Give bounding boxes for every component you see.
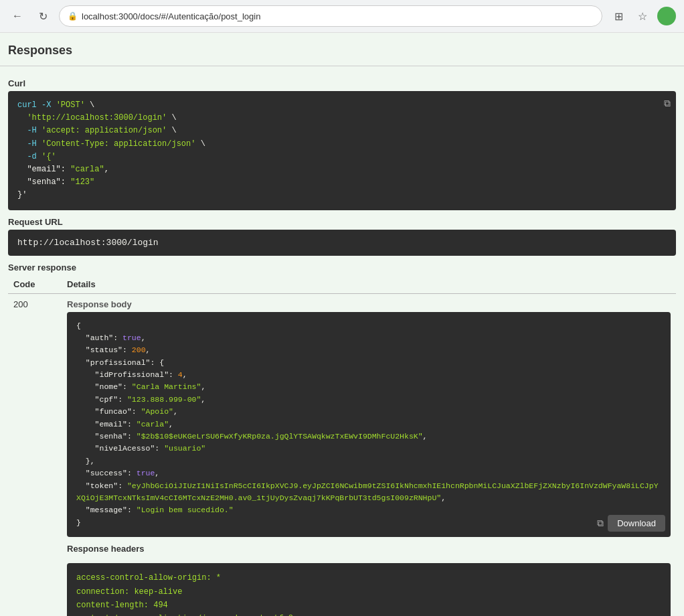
body-message: "message": "Login bem sucedido." <box>76 504 661 516</box>
body-senha: "senha": "$2b$10$eUKGeLrSU6FwXfyKRp0za.j… <box>76 431 661 443</box>
request-url-label: Request URL <box>8 210 676 230</box>
header-line-4: content-type: application/json; charset=… <box>76 612 661 616</box>
body-cpf: "cpf": "123.888.999-00", <box>76 394 661 406</box>
browser-actions: ⊞ ☆ <box>609 7 676 25</box>
header-line-3: content-length: 494 <box>76 599 661 612</box>
table-row: 200 Response body { "auth": true, "statu… <box>8 293 676 616</box>
reload-button[interactable]: ↻ <box>33 7 52 25</box>
code-column-header: Code <box>8 275 62 294</box>
page-content: Responses Curl ⧉ curl -X 'POST' \ 'http:… <box>0 33 684 616</box>
body-nome: "nome": "Carla Martins", <box>76 381 661 393</box>
curl-line-8: }' <box>17 189 667 202</box>
curl-line-5: -d '{' <box>17 151 667 163</box>
curl-line-4: -H 'Content-Type: application/json' \ <box>17 138 667 151</box>
header-line-2: connection: keep-alive <box>76 585 661 599</box>
response-headers-label: Response headers <box>67 537 671 556</box>
download-button[interactable]: Download <box>608 515 665 532</box>
body-success: "success": true, <box>76 467 661 479</box>
response-detail-cell: Response body { "auth": true, "status": … <box>62 293 676 616</box>
request-url-block: http://localhost:3000/login <box>8 230 676 256</box>
body-email: "email": "carla", <box>76 418 661 431</box>
curl-line-6: "email": "carla", <box>17 163 667 176</box>
body-auth: "auth": true, <box>76 332 661 344</box>
copy-response-button[interactable]: ⧉ <box>597 518 604 529</box>
profile-avatar[interactable] <box>657 7 676 25</box>
curl-line-2: 'http://localhost:3000/login' \ <box>17 112 667 125</box>
main-content: Curl ⧉ curl -X 'POST' \ 'http://localhos… <box>0 66 684 616</box>
curl-line-1: curl -X 'POST' \ <box>17 99 667 112</box>
responses-section-title: Responses <box>0 33 684 66</box>
response-body-block: { "auth": true, "status": 200, "profissi… <box>67 312 671 538</box>
body-funcao: "funcao": "Apoio", <box>76 406 661 418</box>
copy-curl-icon[interactable]: ⧉ <box>664 96 671 111</box>
back-button[interactable]: ← <box>8 7 27 25</box>
response-actions: ⧉ Download <box>597 515 665 532</box>
body-id: "idProfissional": 4, <box>76 369 661 381</box>
request-url-text: http://localhost:3000/login <box>17 238 159 248</box>
translate-button[interactable]: ⊞ <box>609 7 628 25</box>
url-text: localhost:3000/docs/#/Autenticação/post_… <box>82 11 594 21</box>
response-headers-block: access-control-allow-origin: * connectio… <box>67 563 671 616</box>
response-code-cell: 200 <box>8 293 62 616</box>
body-status: "status": 200, <box>76 344 661 356</box>
response-body-label: Response body <box>67 299 671 312</box>
body-line-open: { <box>76 320 661 332</box>
body-token: "token": "eyJhbGciOiJIUzI1NiIsInR5cCI6Ik… <box>76 480 661 505</box>
curl-line-7: "senha": "123" <box>17 176 667 189</box>
lock-icon: 🔒 <box>68 11 78 21</box>
details-column-header: Details <box>62 275 676 294</box>
header-line-1: access-control-allow-origin: * <box>76 571 661 585</box>
body-nivelacesso: "nivelAcesso": "usuario" <box>76 443 661 455</box>
curl-line-3: -H 'accept: application/json' \ <box>17 125 667 137</box>
body-profissional-close: }, <box>76 455 661 467</box>
body-profissional-key: "profissional": { <box>76 357 661 369</box>
body-close: } <box>76 517 661 529</box>
browser-chrome: ← ↻ 🔒 localhost:3000/docs/#/Autenticação… <box>0 0 684 33</box>
server-response-label: Server response <box>8 256 676 275</box>
response-table: Code Details 200 Response body { "auth":… <box>8 275 676 617</box>
curl-code-block: ⧉ curl -X 'POST' \ 'http://localhost:300… <box>8 91 676 210</box>
address-bar: 🔒 localhost:3000/docs/#/Autenticação/pos… <box>59 5 602 27</box>
curl-label: Curl <box>8 73 676 91</box>
bookmark-button[interactable]: ☆ <box>633 7 652 25</box>
